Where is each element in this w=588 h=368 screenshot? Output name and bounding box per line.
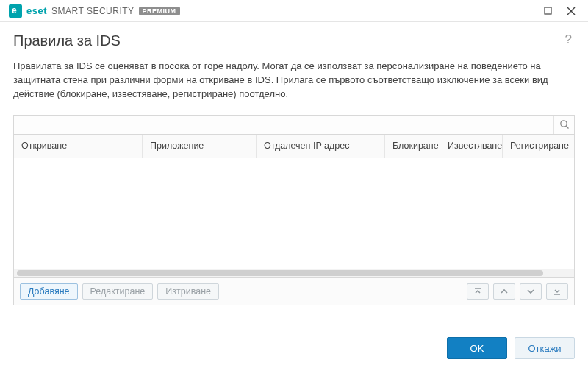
- move-up-button[interactable]: [493, 283, 515, 300]
- ok-button[interactable]: OK: [447, 337, 507, 359]
- move-bottom-button[interactable]: [546, 283, 568, 300]
- move-bottom-icon: [553, 287, 562, 296]
- move-top-icon: [473, 287, 482, 296]
- page-description: Правилата за IDS се оценяват в посока от…: [13, 60, 575, 102]
- svg-point-3: [560, 121, 566, 127]
- window-buttons: [537, 2, 582, 20]
- delete-button[interactable]: Изтриване: [157, 283, 219, 300]
- page-title: Правила за IDS: [13, 32, 575, 49]
- brand-badge: PREMIUM: [139, 7, 180, 15]
- cancel-button[interactable]: Откажи: [514, 337, 575, 359]
- titlebar: eset SMART SECURITY PREMIUM: [0, 0, 588, 22]
- table-actions: Добавяне Редактиране Изтриване: [14, 277, 574, 305]
- col-remote-ip[interactable]: Отдалечен IP адрес: [257, 135, 385, 158]
- maximize-button[interactable]: [537, 2, 559, 20]
- col-log[interactable]: Регистриране: [503, 135, 574, 158]
- search-button[interactable]: [553, 116, 574, 134]
- svg-rect-0: [545, 7, 551, 14]
- add-button[interactable]: Добавяне: [20, 283, 78, 300]
- dialog-footer: OK Откажи: [447, 337, 575, 359]
- rules-table: Откриване Приложение Отдалечен IP адрес …: [13, 115, 575, 305]
- chevron-down-icon: [526, 287, 535, 296]
- table-body: [14, 158, 574, 269]
- move-down-button[interactable]: [520, 283, 542, 300]
- table-header: Откриване Приложение Отдалечен IP адрес …: [14, 135, 574, 158]
- reorder-buttons: [467, 283, 568, 300]
- help-button[interactable]: ?: [565, 32, 572, 47]
- col-application[interactable]: Приложение: [143, 135, 257, 158]
- brand-product-name: SMART SECURITY: [51, 6, 135, 16]
- scrollbar-thumb[interactable]: [17, 270, 543, 276]
- brand-eset: eset: [26, 5, 47, 16]
- search-input[interactable]: [14, 116, 553, 134]
- maximize-icon: [544, 7, 552, 15]
- content: Правила за IDS Правилата за IDS се оценя…: [0, 22, 588, 305]
- close-icon: [567, 7, 576, 15]
- brand: eset SMART SECURITY PREMIUM: [9, 4, 180, 18]
- col-block[interactable]: Блокиране: [385, 135, 440, 158]
- move-top-button[interactable]: [467, 283, 489, 300]
- brand-logo-icon: [9, 4, 22, 18]
- col-detection[interactable]: Откриване: [14, 135, 143, 158]
- edit-button[interactable]: Редактиране: [82, 283, 154, 300]
- chevron-up-icon: [500, 287, 509, 296]
- horizontal-scrollbar[interactable]: [14, 269, 574, 277]
- search-row: [14, 116, 574, 135]
- search-icon: [559, 119, 570, 130]
- close-button[interactable]: [560, 2, 582, 20]
- svg-line-4: [566, 126, 568, 128]
- col-notify[interactable]: Известяване: [440, 135, 503, 158]
